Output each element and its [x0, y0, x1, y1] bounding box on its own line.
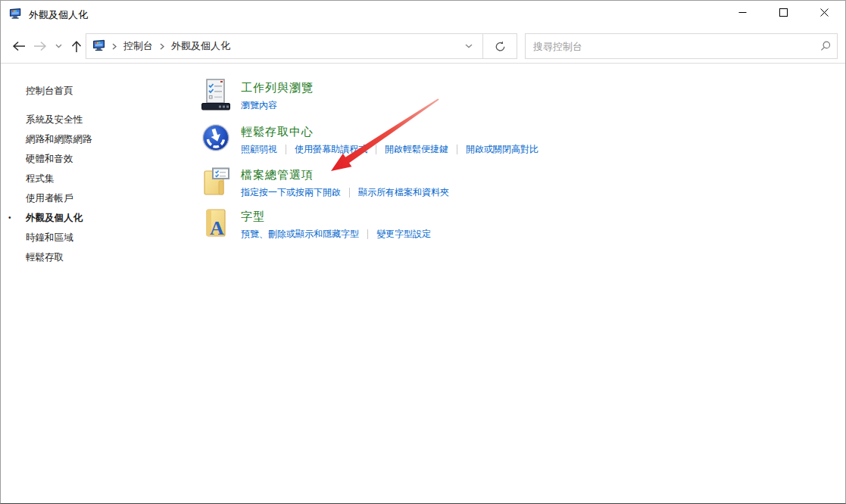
- sidebar-item-label: 硬體和音效: [26, 154, 73, 164]
- search-input[interactable]: [526, 41, 814, 52]
- breadcrumb-chevron-icon: [160, 43, 164, 50]
- task-link-show-hidden-files-folders[interactable]: 顯示所有檔案和資料夾: [358, 185, 449, 199]
- address-bar: 控制台 外觀及個人化: [86, 33, 483, 59]
- breadcrumb-chevron-icon: [112, 43, 117, 50]
- sidebar-item-label: 系統及安全性: [26, 114, 83, 125]
- titlebar: 外觀及個人化: [1, 1, 845, 30]
- control-panel-window: 外觀及個人化: [0, 0, 846, 504]
- sidebar-item-user-accounts[interactable]: 使用者帳戶: [1, 188, 194, 208]
- category-fonts: A 字型 預覽、刪除或顯示和隱藏字型 變更字型設定: [201, 207, 747, 241]
- sidebar-item-appearance-personalization[interactable]: • 外觀及個人化: [1, 208, 194, 228]
- sidebar-item-system-security[interactable]: 系統及安全性: [1, 110, 194, 129]
- category-title-taskbar-navigation[interactable]: 工作列與瀏覽: [241, 80, 314, 95]
- chevron-down-icon: [55, 44, 62, 48]
- task-link-preview-delete-show-hide-fonts[interactable]: 預覽、刪除或顯示和隱藏字型: [241, 227, 359, 241]
- category-ease-of-access-center: 輕鬆存取中心 照顧弱視 使用螢幕助讀程式 開啟輕鬆便捷鍵 開啟或關閉高對比: [201, 123, 747, 156]
- task-link-change-font-settings[interactable]: 變更字型設定: [376, 227, 431, 241]
- sidebar-item-label: 控制台首頁: [26, 86, 73, 96]
- refresh-icon: [495, 41, 506, 52]
- maximize-icon: [779, 6, 788, 20]
- category-list: 工作列與瀏覽 瀏覽內容: [201, 63, 747, 241]
- link-divider: [286, 145, 286, 154]
- up-arrow-icon: [71, 40, 82, 53]
- category-file-explorer-options: 檔案總管選項 指定按一下或按兩下開啟 顯示所有檔案和資料夾: [201, 166, 747, 199]
- up-button[interactable]: [66, 35, 87, 58]
- sidebar-item-label: 外觀及個人化: [26, 213, 83, 223]
- sidebar-item-network-internet[interactable]: 網路和網際網路: [1, 129, 194, 149]
- back-arrow-icon: [12, 41, 26, 51]
- chevron-down-icon: [465, 44, 473, 48]
- search-icon: [820, 41, 831, 51]
- category-taskbar-navigation: 工作列與瀏覽 瀏覽內容: [201, 79, 747, 112]
- sidebar-item-hardware-sound[interactable]: 硬體和音效: [1, 149, 194, 169]
- link-divider: [457, 145, 457, 154]
- active-bullet-icon: •: [8, 208, 11, 228]
- recent-pages-dropdown[interactable]: [51, 35, 66, 58]
- sidebar-item-label: 時鐘和區域: [26, 232, 73, 243]
- back-button[interactable]: [8, 35, 30, 58]
- address-control-panel-icon[interactable]: [92, 39, 107, 54]
- task-link-navigation-properties[interactable]: 瀏覽內容: [241, 98, 277, 112]
- link-divider: [376, 145, 376, 154]
- folder-options-icon[interactable]: [201, 166, 230, 198]
- sidebar-item-label: 輕鬆存取: [26, 252, 64, 263]
- navigation-bar: 控制台 外觀及個人化: [1, 30, 845, 64]
- close-icon: [820, 6, 829, 20]
- letter-a-glyph: A: [210, 217, 224, 239]
- sidebar-item-label: 程式集: [26, 173, 55, 184]
- sidebar-item-home[interactable]: 控制台首頁: [1, 81, 194, 101]
- category-title-fonts[interactable]: 字型: [241, 209, 431, 224]
- task-link-use-screen-reader[interactable]: 使用螢幕助讀程式: [295, 142, 367, 156]
- address-dropdown-button[interactable]: [455, 34, 482, 58]
- control-panel-window-icon: [9, 7, 23, 23]
- close-button[interactable]: [804, 1, 844, 25]
- breadcrumb-control-panel[interactable]: 控制台: [122, 38, 155, 54]
- sidebar: 控制台首頁 系統及安全性 網路和網際網路 硬體和音效 程式集 使用者帳戶 • 外…: [1, 63, 194, 267]
- search-box: [525, 33, 838, 59]
- link-divider: [367, 229, 368, 239]
- task-link-turn-on-easy-access-keys[interactable]: 開啟輕鬆便捷鍵: [385, 142, 448, 156]
- task-link-single-or-double-click[interactable]: 指定按一下或按兩下開啟: [241, 185, 341, 199]
- taskbar-checklist-icon[interactable]: [201, 79, 230, 110]
- task-link-high-contrast-on-off[interactable]: 開啟或關閉高對比: [466, 142, 539, 156]
- refresh-button[interactable]: [482, 33, 517, 59]
- sidebar-item-clock-region[interactable]: 時鐘和區域: [1, 228, 194, 247]
- task-link-accommodate-low-vision[interactable]: 照顧弱視: [241, 142, 277, 156]
- category-title-file-explorer-options[interactable]: 檔案總管選項: [241, 167, 449, 182]
- sidebar-item-ease-of-access[interactable]: 輕鬆存取: [1, 247, 194, 267]
- minimize-icon: [738, 6, 747, 20]
- forward-button[interactable]: [30, 35, 51, 58]
- breadcrumb-appearance-personalization[interactable]: 外觀及個人化: [170, 38, 232, 54]
- window-title: 外觀及個人化: [29, 8, 88, 22]
- minimize-button[interactable]: [722, 1, 763, 25]
- sidebar-item-programs[interactable]: 程式集: [1, 169, 194, 188]
- forward-arrow-icon: [33, 41, 47, 51]
- sidebar-item-label: 網路和網際網路: [26, 134, 92, 145]
- fonts-folder-icon[interactable]: A: [201, 207, 230, 239]
- ease-of-access-icon[interactable]: [201, 123, 230, 154]
- sidebar-item-label: 使用者帳戶: [26, 193, 73, 204]
- search-button[interactable]: [814, 34, 837, 58]
- maximize-button[interactable]: [763, 1, 804, 25]
- link-divider: [349, 188, 350, 198]
- category-title-ease-of-access-center[interactable]: 輕鬆存取中心: [241, 124, 539, 139]
